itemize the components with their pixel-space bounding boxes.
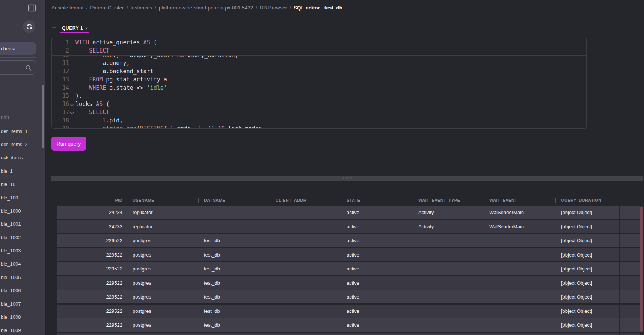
- table-cell: 229522: [57, 308, 127, 314]
- sidebar-item[interactable]: ble_1005: [0, 271, 38, 284]
- table-cell-empty: [619, 333, 640, 335]
- table-row[interactable]: 24234replicatoractiveActivityWalSenderMa…: [57, 206, 640, 219]
- table-cell: [object Object]: [555, 252, 619, 258]
- breadcrumb-separator: /: [290, 5, 291, 11]
- breadcrumb-link[interactable]: Instances: [130, 5, 152, 11]
- table-row[interactable]: 229522postgrestest_dbactive[object Objec…: [57, 248, 640, 261]
- panel-resizer[interactable]: [51, 176, 643, 181]
- code-line: 10 now() - a.query_start AS query_durati…: [52, 56, 586, 60]
- fold-gutter: [69, 84, 75, 92]
- results-table-body: 24234replicatoractiveActivityWalSenderMa…: [57, 206, 640, 335]
- breadcrumb-current: SQL-editor - test_db: [294, 5, 342, 11]
- line-number: 14: [52, 84, 69, 92]
- breadcrumb-link[interactable]: DB Browser: [260, 5, 287, 11]
- table-row[interactable]: 229522postgrestest_dbactive[object Objec…: [57, 276, 640, 290]
- table-cell-empty: [619, 248, 640, 261]
- table-row[interactable]: 229522postgrestest_dbactive[object Objec…: [57, 290, 640, 303]
- tab-query-1[interactable]: QUERY 1: [62, 26, 83, 31]
- sidebar-item[interactable]: ble_1004: [0, 257, 38, 270]
- sidebar-item[interactable]: ock_items: [0, 151, 38, 164]
- sidebar-item[interactable]: ble_1003: [0, 244, 38, 257]
- editor-code-area[interactable]: 10 now() - a.query_start AS query_durati…: [52, 56, 586, 129]
- sidebar-item[interactable]: der_items_2: [0, 138, 38, 151]
- table-row[interactable]: 229522postgrestest_dbactive[object Objec…: [57, 318, 640, 332]
- sidebar-item[interactable]: 003: [0, 111, 38, 124]
- sidebar-scrollbar[interactable]: [42, 85, 44, 148]
- breadcrumb-link[interactable]: Ansible tenant: [51, 5, 84, 11]
- resizer-grip-icon: [343, 177, 353, 180]
- new-query-tab-button[interactable]: +: [52, 24, 56, 31]
- line-number: 15: [52, 92, 69, 100]
- table-cell: test_db: [198, 322, 270, 328]
- table-row[interactable]: 229522postgrestest_dbactive[object Objec…: [57, 234, 640, 247]
- db-browser-sql-editor: { "breadcrumb": { "items": ["Ansible ten…: [0, 0, 644, 335]
- code-text: FROM pg_stat_activity a: [75, 76, 586, 84]
- column-header-query_duration[interactable]: QUERY_DURATION: [555, 198, 619, 202]
- fold-gutter: [69, 100, 75, 109]
- sidebar: chema 003der_items_1der_items_2ock_items…: [0, 0, 45, 335]
- table-cell-empty: [619, 305, 640, 318]
- sql-editor[interactable]: 1WITH active_queries AS (2 SELECT 10 now…: [51, 37, 587, 129]
- line-number: 11: [52, 59, 69, 68]
- table-cell: test_db: [198, 294, 270, 300]
- breadcrumb-separator: /: [86, 5, 88, 11]
- table-cell: postgres: [127, 308, 198, 314]
- results-table-scrollbar[interactable]: [640, 206, 643, 332]
- sidebar-table-list: 003der_items_1der_items_2ock_itemsble_1b…: [0, 111, 38, 335]
- table-row[interactable]: 229522postgrestest_dbactive[object Objec…: [57, 305, 640, 318]
- tab-close-icon[interactable]: ×: [85, 25, 88, 31]
- sidebar-item[interactable]: ble_1001: [0, 217, 38, 231]
- column-header-wait_event[interactable]: WAIT_EVENT: [484, 198, 555, 202]
- sidebar-item[interactable]: der_items_1: [0, 124, 38, 137]
- sidebar-item[interactable]: ble_100: [0, 191, 38, 204]
- fold-gutter: [69, 47, 75, 55]
- column-header-pid[interactable]: PID: [57, 198, 127, 202]
- column-header-usename[interactable]: USENAME: [127, 198, 198, 202]
- sidebar-item[interactable]: ble_10: [0, 178, 38, 191]
- code-text: WHERE a.state <> 'idle': [75, 84, 586, 92]
- run-query-button[interactable]: Run query: [51, 137, 86, 151]
- sidebar-item[interactable]: ble_1006: [0, 284, 38, 297]
- table-cell: active: [341, 252, 413, 258]
- sidebar-item[interactable]: ble_1000: [0, 204, 38, 217]
- sidebar-item[interactable]: ble_1008: [0, 311, 38, 324]
- table-cell: 229522: [57, 238, 127, 243]
- fold-chevron-down-icon[interactable]: [70, 110, 74, 114]
- column-header-client_addr[interactable]: CLIENT_ADDR: [270, 198, 341, 202]
- table-cell-empty: [619, 206, 640, 219]
- collapse-sidebar-button[interactable]: [27, 3, 37, 13]
- table-row[interactable]: 229522postgrestest_dbactive[object Objec…: [57, 262, 640, 275]
- search-input[interactable]: [0, 60, 36, 75]
- table-cell: active: [341, 294, 413, 300]
- table-cell: postgres: [127, 322, 198, 328]
- code-line: 13 FROM pg_stat_activity a: [52, 76, 586, 84]
- table-row[interactable]: 24233replicatoractiveActivityWalSenderMa…: [57, 220, 640, 233]
- table-row[interactable]: 229522postgrestest_dbactive[object Objec…: [57, 333, 640, 335]
- sidebar-item[interactable]: ble_1009: [0, 324, 38, 335]
- fold-gutter: [69, 59, 75, 68]
- breadcrumb-link[interactable]: Patroni Cluster: [90, 5, 124, 11]
- table-cell: postgres: [127, 238, 198, 243]
- refresh-button[interactable]: [23, 20, 35, 33]
- sidebar-item[interactable]: ble_1007: [0, 297, 38, 310]
- table-cell: active: [341, 224, 413, 229]
- fold-chevron-down-icon[interactable]: [70, 103, 74, 106]
- sidebar-item[interactable]: ble_1: [0, 164, 38, 178]
- search-icon: [25, 65, 32, 71]
- table-cell: active: [341, 308, 413, 314]
- table-cell: test_db: [198, 238, 270, 243]
- table-cell: active: [341, 266, 413, 272]
- sidebar-item[interactable]: ble_1002: [0, 231, 38, 244]
- column-header-wait_event_type[interactable]: WAIT_EVENT_TYPE: [413, 198, 484, 202]
- breadcrumb-separator: /: [155, 5, 156, 11]
- code-text: locks AS (: [75, 100, 586, 109]
- line-number: 10: [52, 56, 69, 60]
- column-header-datname[interactable]: DATNAME: [198, 198, 270, 202]
- code-text: SELECT: [75, 47, 586, 55]
- column-header-state[interactable]: STATE: [341, 198, 413, 202]
- breadcrumb-link[interactable]: platform-awide-stand-patroni-px-001:5432: [159, 5, 253, 11]
- table-cell-empty: [619, 234, 640, 247]
- table-cell: test_db: [198, 280, 270, 286]
- schema-select[interactable]: chema: [0, 42, 36, 55]
- table-cell: 229522: [57, 266, 127, 272]
